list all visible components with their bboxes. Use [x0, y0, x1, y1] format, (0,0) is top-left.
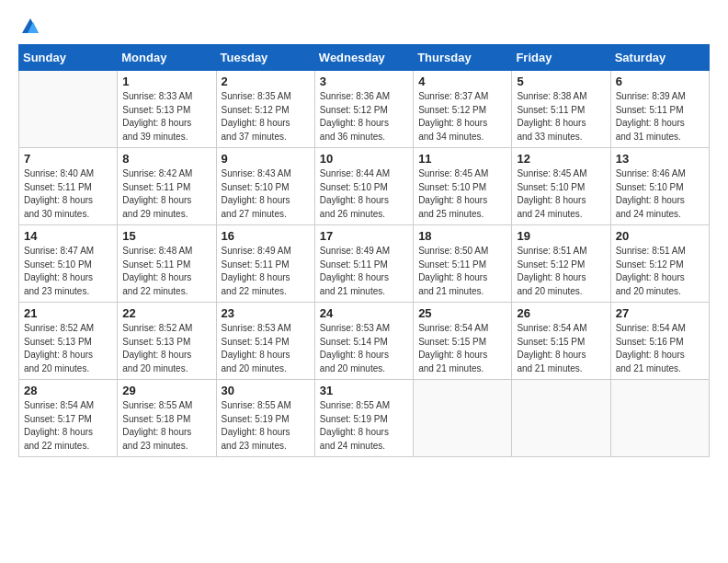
- calendar-cell: 19Sunrise: 8:51 AM Sunset: 5:12 PM Dayli…: [512, 225, 610, 303]
- calendar-cell: 28Sunrise: 8:54 AM Sunset: 5:17 PM Dayli…: [19, 380, 118, 457]
- day-number: 19: [517, 229, 605, 243]
- day-info: Sunrise: 8:54 AM Sunset: 5:16 PM Dayligh…: [616, 322, 704, 375]
- calendar-cell: 20Sunrise: 8:51 AM Sunset: 5:12 PM Dayli…: [610, 225, 709, 303]
- logo: [18, 17, 40, 35]
- day-info: Sunrise: 8:55 AM Sunset: 5:19 PM Dayligh…: [222, 399, 310, 453]
- day-number: 3: [320, 75, 408, 88]
- calendar-cell: 31Sunrise: 8:55 AM Sunset: 5:19 PM Dayli…: [314, 380, 413, 457]
- day-number: 22: [122, 306, 210, 320]
- calendar-cell: 1Sunrise: 8:33 AM Sunset: 5:13 PM Daylig…: [118, 71, 216, 148]
- calendar-cell: [512, 380, 610, 457]
- day-number: 24: [320, 306, 408, 320]
- calendar-header-saturday: Saturday: [610, 45, 709, 71]
- logo-icon: [20, 17, 40, 37]
- day-number: 17: [320, 229, 408, 243]
- day-number: 4: [418, 75, 506, 88]
- calendar-cell: 12Sunrise: 8:45 AM Sunset: 5:10 PM Dayli…: [512, 148, 610, 225]
- calendar-cell: 4Sunrise: 8:37 AM Sunset: 5:12 PM Daylig…: [414, 71, 512, 148]
- day-number: 12: [517, 152, 605, 166]
- calendar-cell: [19, 71, 118, 148]
- calendar-cell: 27Sunrise: 8:54 AM Sunset: 5:16 PM Dayli…: [610, 303, 709, 380]
- calendar-week-row: 7Sunrise: 8:40 AM Sunset: 5:11 PM Daylig…: [19, 148, 710, 225]
- calendar-cell: 8Sunrise: 8:42 AM Sunset: 5:11 PM Daylig…: [118, 148, 216, 225]
- day-info: Sunrise: 8:50 AM Sunset: 5:11 PM Dayligh…: [418, 245, 506, 298]
- day-info: Sunrise: 8:35 AM Sunset: 5:12 PM Dayligh…: [222, 90, 310, 144]
- day-info: Sunrise: 8:45 AM Sunset: 5:10 PM Dayligh…: [517, 167, 605, 221]
- day-info: Sunrise: 8:52 AM Sunset: 5:13 PM Dayligh…: [122, 322, 210, 375]
- calendar-cell: 16Sunrise: 8:49 AM Sunset: 5:11 PM Dayli…: [216, 225, 314, 303]
- day-info: Sunrise: 8:46 AM Sunset: 5:10 PM Dayligh…: [616, 167, 704, 221]
- day-number: 25: [418, 306, 506, 320]
- calendar-cell: [414, 380, 512, 457]
- calendar-cell: 25Sunrise: 8:54 AM Sunset: 5:15 PM Dayli…: [414, 303, 512, 380]
- day-number: 2: [222, 75, 310, 88]
- day-info: Sunrise: 8:39 AM Sunset: 5:11 PM Dayligh…: [616, 90, 704, 144]
- day-info: Sunrise: 8:33 AM Sunset: 5:13 PM Dayligh…: [122, 90, 210, 144]
- calendar-week-row: 21Sunrise: 8:52 AM Sunset: 5:13 PM Dayli…: [19, 303, 710, 380]
- calendar-week-row: 14Sunrise: 8:47 AM Sunset: 5:10 PM Dayli…: [19, 225, 710, 303]
- day-number: 13: [616, 152, 704, 166]
- calendar-cell: 21Sunrise: 8:52 AM Sunset: 5:13 PM Dayli…: [19, 303, 118, 380]
- header: [18, 17, 710, 35]
- day-number: 10: [320, 152, 408, 166]
- day-info: Sunrise: 8:38 AM Sunset: 5:11 PM Dayligh…: [517, 90, 605, 144]
- day-number: 5: [517, 75, 605, 88]
- day-number: 8: [122, 152, 210, 166]
- day-number: 14: [24, 229, 112, 243]
- day-number: 18: [418, 229, 506, 243]
- day-number: 15: [122, 229, 210, 243]
- day-info: Sunrise: 8:55 AM Sunset: 5:18 PM Dayligh…: [122, 399, 210, 453]
- page: SundayMondayTuesdayWednesdayThursdayFrid…: [0, 0, 728, 563]
- calendar-cell: 7Sunrise: 8:40 AM Sunset: 5:11 PM Daylig…: [19, 148, 118, 225]
- day-info: Sunrise: 8:54 AM Sunset: 5:15 PM Dayligh…: [418, 322, 506, 375]
- day-number: 27: [616, 306, 704, 320]
- day-number: 1: [122, 75, 210, 88]
- day-number: 26: [517, 306, 605, 320]
- calendar-cell: 23Sunrise: 8:53 AM Sunset: 5:14 PM Dayli…: [216, 303, 314, 380]
- calendar-cell: 9Sunrise: 8:43 AM Sunset: 5:10 PM Daylig…: [216, 148, 314, 225]
- calendar-cell: 22Sunrise: 8:52 AM Sunset: 5:13 PM Dayli…: [118, 303, 216, 380]
- day-info: Sunrise: 8:45 AM Sunset: 5:10 PM Dayligh…: [418, 167, 506, 221]
- day-number: 6: [616, 75, 704, 88]
- calendar-header-friday: Friday: [512, 45, 610, 71]
- calendar-header-wednesday: Wednesday: [314, 45, 413, 71]
- day-number: 11: [418, 152, 506, 166]
- day-number: 16: [222, 229, 310, 243]
- day-info: Sunrise: 8:40 AM Sunset: 5:11 PM Dayligh…: [24, 167, 112, 221]
- calendar-header-row: SundayMondayTuesdayWednesdayThursdayFrid…: [19, 45, 710, 71]
- day-info: Sunrise: 8:37 AM Sunset: 5:12 PM Dayligh…: [418, 90, 506, 144]
- day-info: Sunrise: 8:49 AM Sunset: 5:11 PM Dayligh…: [320, 245, 408, 298]
- day-info: Sunrise: 8:51 AM Sunset: 5:12 PM Dayligh…: [616, 245, 704, 298]
- day-info: Sunrise: 8:54 AM Sunset: 5:15 PM Dayligh…: [517, 322, 605, 375]
- calendar-cell: 3Sunrise: 8:36 AM Sunset: 5:12 PM Daylig…: [314, 71, 413, 148]
- day-info: Sunrise: 8:49 AM Sunset: 5:11 PM Dayligh…: [222, 245, 310, 298]
- calendar-header-thursday: Thursday: [414, 45, 512, 71]
- calendar-cell: 30Sunrise: 8:55 AM Sunset: 5:19 PM Dayli…: [216, 380, 314, 457]
- calendar-week-row: 28Sunrise: 8:54 AM Sunset: 5:17 PM Dayli…: [19, 380, 710, 457]
- day-info: Sunrise: 8:51 AM Sunset: 5:12 PM Dayligh…: [517, 245, 605, 298]
- day-number: 9: [222, 152, 310, 166]
- day-info: Sunrise: 8:55 AM Sunset: 5:19 PM Dayligh…: [320, 399, 408, 453]
- calendar-cell: 10Sunrise: 8:44 AM Sunset: 5:10 PM Dayli…: [314, 148, 413, 225]
- calendar-cell: 5Sunrise: 8:38 AM Sunset: 5:11 PM Daylig…: [512, 71, 610, 148]
- calendar-week-row: 1Sunrise: 8:33 AM Sunset: 5:13 PM Daylig…: [19, 71, 710, 148]
- calendar-header-sunday: Sunday: [19, 45, 118, 71]
- day-info: Sunrise: 8:53 AM Sunset: 5:14 PM Dayligh…: [222, 322, 310, 375]
- day-number: 29: [122, 384, 210, 397]
- calendar-cell: 15Sunrise: 8:48 AM Sunset: 5:11 PM Dayli…: [118, 225, 216, 303]
- calendar-cell: 14Sunrise: 8:47 AM Sunset: 5:10 PM Dayli…: [19, 225, 118, 303]
- day-info: Sunrise: 8:43 AM Sunset: 5:10 PM Dayligh…: [222, 167, 310, 221]
- day-number: 20: [616, 229, 704, 243]
- calendar-cell: 11Sunrise: 8:45 AM Sunset: 5:10 PM Dayli…: [414, 148, 512, 225]
- day-number: 31: [320, 384, 408, 397]
- calendar-cell: 17Sunrise: 8:49 AM Sunset: 5:11 PM Dayli…: [314, 225, 413, 303]
- day-number: 7: [24, 152, 112, 166]
- calendar-cell: 18Sunrise: 8:50 AM Sunset: 5:11 PM Dayli…: [414, 225, 512, 303]
- day-info: Sunrise: 8:48 AM Sunset: 5:11 PM Dayligh…: [122, 245, 210, 298]
- day-number: 28: [24, 384, 112, 397]
- day-info: Sunrise: 8:42 AM Sunset: 5:11 PM Dayligh…: [122, 167, 210, 221]
- calendar-cell: 29Sunrise: 8:55 AM Sunset: 5:18 PM Dayli…: [118, 380, 216, 457]
- day-info: Sunrise: 8:52 AM Sunset: 5:13 PM Dayligh…: [24, 322, 112, 375]
- calendar-cell: 6Sunrise: 8:39 AM Sunset: 5:11 PM Daylig…: [610, 71, 709, 148]
- calendar-cell: 13Sunrise: 8:46 AM Sunset: 5:10 PM Dayli…: [610, 148, 709, 225]
